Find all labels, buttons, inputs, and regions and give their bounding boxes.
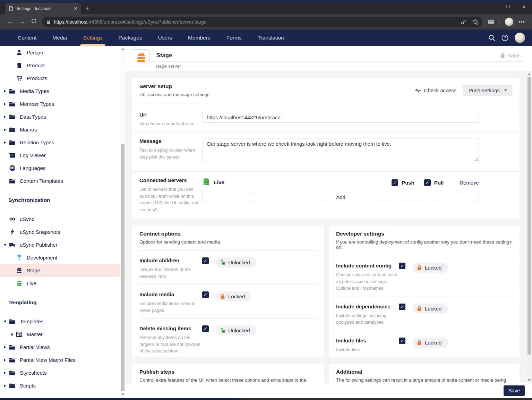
caret-right-icon[interactable] bbox=[4, 116, 6, 118]
sidebar-scrollbar[interactable] bbox=[120, 46, 125, 398]
server-message-textarea[interactable]: Our stage server is where we check thing… bbox=[203, 138, 479, 162]
delete-missing-items-checkbox[interactable]: ✓ bbox=[202, 325, 209, 332]
remove-server-link[interactable]: Remove bbox=[460, 180, 479, 186]
sidebar-item-partial-view-macro-files[interactable]: Partial View Macro Files bbox=[0, 354, 120, 366]
sidebar-item-live[interactable]: Live bbox=[0, 277, 120, 290]
locked-badge[interactable]: Locked bbox=[216, 291, 251, 301]
globe-icon bbox=[9, 165, 15, 171]
sidebar-item-stage[interactable]: Stage bbox=[0, 264, 120, 277]
window-minimize-button[interactable]: — bbox=[484, 2, 500, 12]
user-avatar[interactable] bbox=[515, 33, 525, 43]
include-children-checkbox[interactable]: ✓ bbox=[202, 257, 209, 264]
help-icon[interactable] bbox=[501, 34, 508, 41]
browser-menu-icon[interactable]: ••• bbox=[518, 19, 525, 25]
sidebar-item-person[interactable]: Person bbox=[0, 46, 120, 59]
address-bar[interactable]: https://localhost:44398/umbraco#/setting… bbox=[42, 17, 482, 27]
sidebar-item-member-types[interactable]: Member Types bbox=[0, 97, 120, 110]
window-maximize-button[interactable]: ☐ bbox=[500, 2, 516, 12]
caret-right-icon[interactable] bbox=[4, 346, 6, 349]
folder-icon bbox=[9, 383, 15, 389]
sidebar-item-templates[interactable]: Templates bbox=[0, 315, 120, 328]
new-tab-button[interactable]: + bbox=[85, 5, 89, 12]
sidebar-scrollbar-thumb[interactable] bbox=[121, 144, 125, 391]
lightning-bolt-icon bbox=[9, 229, 15, 235]
sidebar-item-scripts[interactable]: Scripts bbox=[0, 379, 120, 392]
forward-button[interactable]: → bbox=[16, 18, 28, 26]
action-footer: Save bbox=[125, 383, 532, 398]
scroll-down-arrow-icon[interactable] bbox=[528, 379, 531, 381]
sidebar-item-macros[interactable]: Macros bbox=[0, 123, 120, 136]
tab-close-icon[interactable]: ✕ bbox=[73, 6, 78, 11]
browser-profile-avatar[interactable] bbox=[505, 17, 514, 26]
window-close-button[interactable]: ✕ bbox=[516, 2, 532, 12]
include-content-config-checkbox[interactable]: ✓ bbox=[399, 263, 405, 269]
locked-badge[interactable]: Locked bbox=[412, 263, 448, 273]
sidebar-item-product[interactable]: Product bbox=[0, 59, 120, 72]
sidebar-item-usync-snapshots[interactable]: uSync Snapshots bbox=[0, 225, 120, 238]
nav-item-media[interactable]: Media bbox=[44, 29, 75, 46]
nav-item-users[interactable]: Users bbox=[150, 29, 180, 46]
sidebar-item-media-types[interactable]: Media Types bbox=[0, 85, 120, 97]
nav-item-translation[interactable]: Translation bbox=[250, 29, 292, 46]
caret-down-icon[interactable] bbox=[4, 244, 7, 246]
browser-tab[interactable]: Settings - localhost ✕ bbox=[5, 3, 81, 14]
sidebar-item-master[interactable]: Master bbox=[0, 328, 120, 341]
nav-item-content[interactable]: Content bbox=[10, 29, 44, 46]
caret-down-icon[interactable] bbox=[4, 321, 7, 323]
save-button[interactable]: Save bbox=[504, 385, 525, 396]
main-scrollbar-thumb[interactable] bbox=[527, 77, 531, 355]
sidebar-item-usync-publisher[interactable]: uSync Publisher bbox=[0, 238, 120, 251]
caret-right-icon[interactable] bbox=[4, 128, 6, 131]
sidebar-item-data-types[interactable]: Data Types bbox=[0, 110, 120, 123]
locked-badge[interactable]: Locked bbox=[412, 304, 448, 314]
unlocked-badge[interactable]: Unlocked bbox=[216, 325, 257, 335]
sidebar-item-stylesheets[interactable]: Stylesheets bbox=[0, 366, 120, 379]
entity-header: Stage stage stage server bbox=[125, 46, 532, 71]
site-security-lock-icon[interactable] bbox=[46, 19, 51, 24]
caret-right-icon[interactable] bbox=[4, 141, 6, 144]
nav-item-members[interactable]: Members bbox=[180, 29, 218, 46]
sidebar-item-partial-views[interactable]: Partial Views bbox=[0, 341, 120, 354]
url-text[interactable]: https://localhost:44398/umbraco#/setting… bbox=[54, 19, 458, 25]
unlocked-badge[interactable]: Unlocked bbox=[216, 257, 257, 267]
include-files-checkbox[interactable]: ✓ bbox=[399, 338, 405, 344]
include-media-checkbox[interactable]: ✓ bbox=[202, 291, 209, 298]
scroll-up-arrow-icon[interactable] bbox=[121, 48, 124, 50]
password-key-icon[interactable] bbox=[461, 19, 467, 25]
server-url-input[interactable] bbox=[203, 112, 479, 123]
caret-right-icon[interactable] bbox=[11, 333, 14, 336]
scroll-up-arrow-icon[interactable] bbox=[528, 73, 531, 75]
sidebar-item-products[interactable]: Products bbox=[0, 72, 120, 85]
search-icon[interactable] bbox=[488, 34, 495, 41]
mail-icon[interactable] bbox=[488, 19, 495, 24]
sidebar-item-usync[interactable]: uSync bbox=[0, 213, 120, 225]
nav-item-settings[interactable]: Settings bbox=[75, 29, 111, 46]
check-access-button[interactable]: Check access bbox=[415, 87, 456, 93]
sidebar-item-relation-types[interactable]: Relation Types bbox=[0, 136, 120, 149]
pull-checkbox[interactable]: ✓ bbox=[424, 179, 431, 186]
entity-icon-box[interactable] bbox=[133, 49, 150, 66]
sidebar-item-development[interactable]: Development bbox=[0, 251, 120, 264]
scroll-down-arrow-icon[interactable] bbox=[121, 393, 124, 395]
nav-item-forms[interactable]: Forms bbox=[218, 29, 250, 46]
favorite-star-icon[interactable] bbox=[472, 19, 478, 25]
push-checkbox[interactable]: ✓ bbox=[392, 179, 398, 186]
caret-right-icon[interactable] bbox=[4, 372, 6, 374]
sidebar-item-log-viewer[interactable]: Log Viewer bbox=[0, 149, 120, 162]
locked-badge[interactable]: Locked bbox=[412, 338, 448, 348]
caret-right-icon[interactable] bbox=[4, 90, 6, 93]
add-server-button[interactable]: Add bbox=[203, 192, 479, 202]
push-settings-dropdown[interactable]: Push settings bbox=[463, 85, 512, 96]
caret-right-icon[interactable] bbox=[4, 103, 6, 105]
refresh-button[interactable] bbox=[28, 18, 40, 26]
sidebar-item-content-templates[interactable]: Content Templates bbox=[0, 175, 120, 187]
caret-right-icon[interactable] bbox=[4, 359, 6, 361]
back-button[interactable]: ← bbox=[4, 18, 16, 26]
include-dependencies-checkbox[interactable]: ✓ bbox=[399, 304, 405, 310]
caret-right-icon[interactable] bbox=[4, 384, 6, 387]
unlock-icon bbox=[220, 328, 225, 333]
main-scrollbar[interactable] bbox=[526, 71, 532, 383]
sidebar-item-languages[interactable]: Languages bbox=[0, 162, 120, 175]
nav-item-packages[interactable]: Packages bbox=[111, 29, 150, 46]
entity-title-field[interactable]: Stage stage bbox=[152, 49, 524, 62]
